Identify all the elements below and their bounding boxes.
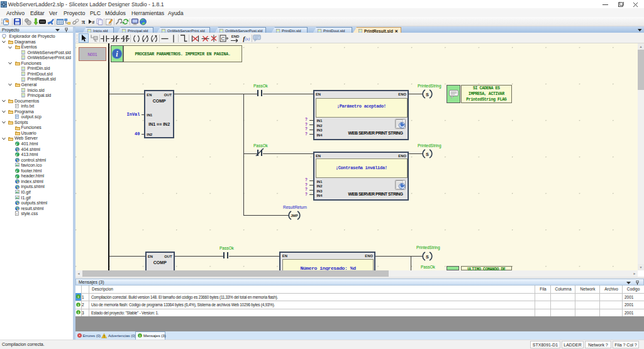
svg-text:JMP: JMP [291, 214, 298, 218]
svg-text:C: C [221, 36, 225, 42]
svg-text:π: π [82, 18, 86, 25]
svg-text:!: ! [104, 335, 105, 338]
svg-text:S: S [426, 152, 429, 157]
svg-text:(x): (x) [245, 36, 250, 42]
svg-text:S: S [426, 253, 429, 259]
svg-text:S: S [426, 92, 429, 97]
svg-text:#: # [92, 19, 95, 25]
svg-text:END: END [231, 35, 240, 38]
